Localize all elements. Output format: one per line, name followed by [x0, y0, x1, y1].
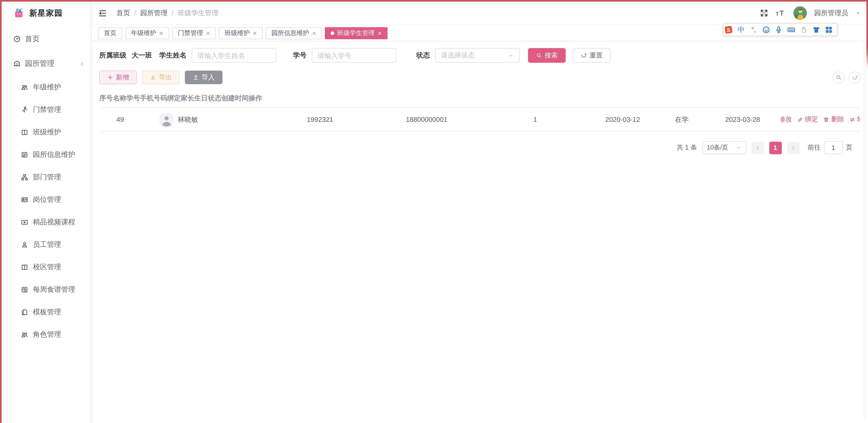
sogou-logo-icon[interactable]: S	[724, 25, 733, 34]
tab[interactable]: 班级学生管理 ×	[325, 27, 388, 39]
prev-page-button[interactable]	[751, 141, 764, 154]
status-select[interactable]: 请选择状态	[435, 48, 520, 63]
capture-frame-right	[866, 0, 868, 69]
video-icon	[21, 218, 28, 226]
breadcrumb-home[interactable]: 首页	[117, 8, 130, 18]
fullscreen-icon[interactable]	[760, 9, 768, 17]
download-icon	[150, 74, 156, 81]
student-id-input[interactable]	[312, 48, 396, 63]
ime-toolbar: S中°,	[723, 23, 838, 36]
food-icon	[21, 286, 28, 293]
search-icon	[536, 52, 542, 59]
cell-created: 2023-03-28	[705, 116, 781, 123]
operation-link[interactable]: 修改	[781, 115, 792, 124]
sidebar-item[interactable]: 岗位管理 ∧	[2, 188, 91, 211]
toolbox-icon[interactable]	[825, 25, 833, 34]
keyboard-icon[interactable]	[787, 25, 796, 34]
ime-icon[interactable]: °,	[749, 25, 758, 34]
cell-seq: 49	[99, 116, 141, 123]
next-page-button[interactable]	[787, 141, 799, 154]
role-icon	[21, 331, 28, 338]
caret-down-icon[interactable]	[856, 10, 861, 16]
sidebar-item[interactable]: 园所信息维护 ∧	[2, 143, 91, 166]
cell-bound-parents: 1	[484, 116, 587, 123]
ime-icon[interactable]: 中	[737, 25, 745, 34]
tab[interactable]: 首页 ×	[98, 27, 122, 39]
operation-link[interactable]: 删除	[823, 115, 844, 124]
sidebar-item[interactable]: 模板管理 ∧	[2, 301, 91, 323]
sidebar-item[interactable]: 部门管理 ∧	[2, 166, 91, 188]
chevron-down-icon	[508, 52, 514, 59]
chevron-down-icon	[736, 145, 741, 150]
sidebar-item[interactable]: 每周食谱管理 ∧	[2, 278, 91, 301]
sidebar-item[interactable]: 校区管理 ∧	[2, 256, 91, 278]
collapse-sidebar-icon[interactable]	[98, 9, 107, 18]
tab[interactable]: 年级维护 ×	[125, 27, 169, 39]
font-size-icon[interactable]: TT	[776, 9, 786, 17]
scrollbar-track[interactable]	[863, 42, 866, 419]
transfer-icon	[849, 116, 856, 122]
goto-page-input[interactable]	[824, 141, 843, 154]
sidebar-item[interactable]: 首页 ∧	[2, 27, 91, 51]
skin-icon[interactable]	[812, 25, 820, 34]
search-button[interactable]: 搜索	[528, 48, 566, 63]
table-refresh-button[interactable]	[849, 72, 861, 83]
school-icon	[13, 60, 21, 67]
export-button[interactable]: 导出	[142, 70, 180, 84]
table-search-button[interactable]	[833, 72, 844, 83]
table-tools	[833, 72, 861, 83]
app-logo[interactable]: 新星家园	[2, 2, 91, 25]
delete-icon	[823, 116, 830, 122]
add-button[interactable]: 新增	[99, 70, 137, 84]
main-area: 首页 / 园所管理 / 班级学生管理 TT 园所管理员 首页 ×	[92, 2, 868, 423]
close-icon[interactable]: ×	[312, 30, 316, 36]
table-row[interactable]: 49 林晓敏 1992321 18800000001 1 2020-03-12 …	[99, 108, 861, 132]
import-button[interactable]: 导入	[185, 70, 222, 84]
sidebar: 新星家园 首页 ∧ 园所管理 ∧ 年级维护 ∧ 门禁管理	[2, 2, 91, 423]
user-name[interactable]: 园所管理员	[814, 8, 848, 18]
handwriting-icon[interactable]	[800, 25, 808, 34]
chevron-up-icon: ∧	[80, 61, 84, 66]
table-header-row: 序号名称学号手机号码绑定家长生日状态创建时间操作	[99, 89, 861, 108]
page-number-button[interactable]: 1	[769, 141, 781, 154]
info-icon	[21, 151, 28, 158]
operation-link[interactable]: 转班	[849, 115, 861, 124]
sidebar-item[interactable]: 年级维护 ∧	[2, 76, 91, 98]
table-column-header: 生日	[194, 93, 208, 103]
filter-bar: 所属班级 大一班 学生姓名 学号 状态 请选择状态 搜索 重置	[99, 48, 861, 63]
staff-icon	[21, 241, 28, 248]
total-count: 共 1 条	[677, 143, 697, 152]
goto-page: 前往 页	[808, 141, 852, 154]
grade-icon	[21, 83, 28, 91]
student-name-input[interactable]	[192, 48, 276, 63]
breadcrumb: 首页 / 园所管理 / 班级学生管理	[117, 8, 219, 18]
tab[interactable]: 门禁管理 ×	[172, 27, 216, 39]
tab[interactable]: 班级维护 ×	[219, 27, 262, 39]
sidebar-item[interactable]: 门禁管理 ∧	[2, 98, 91, 121]
close-icon[interactable]: ×	[253, 30, 257, 36]
table-column-header: 绑定家长	[167, 93, 194, 103]
sidebar-item[interactable]: 角色管理 ∧	[2, 323, 91, 346]
page-size-select[interactable]: 10条/页	[702, 141, 746, 154]
emoji-icon[interactable]	[762, 25, 770, 34]
mic-icon[interactable]	[775, 25, 783, 34]
tab[interactable]: 园所信息维护 ×	[266, 27, 322, 39]
close-icon[interactable]: ×	[159, 30, 163, 36]
close-icon[interactable]: ×	[378, 30, 382, 36]
cell-status: 在学	[659, 115, 705, 124]
reset-button[interactable]: 重置	[573, 48, 611, 63]
student-id-label: 学号	[293, 51, 307, 60]
operation-link[interactable]: 绑定	[797, 115, 818, 124]
sidebar-item[interactable]: 园所管理 ∧	[2, 51, 91, 76]
sidebar-nav: 首页 ∧ 园所管理 ∧ 年级维护 ∧ 门禁管理 ∧ 班级维护	[2, 25, 91, 346]
sidebar-item[interactable]: 精品视频课程 ∧	[2, 211, 91, 233]
sidebar-item[interactable]: 班级维护 ∧	[2, 121, 91, 143]
dept-icon	[21, 173, 28, 181]
table-column-header: 操作	[249, 93, 262, 103]
sidebar-item[interactable]: 员工管理 ∧	[2, 233, 91, 256]
avatar[interactable]	[793, 6, 807, 20]
student-name-label: 学生姓名	[159, 51, 186, 60]
close-icon[interactable]: ×	[206, 30, 210, 36]
breadcrumb-section[interactable]: 园所管理	[140, 8, 167, 18]
pagination: 共 1 条 10条/页 1 前往 页	[99, 141, 861, 154]
